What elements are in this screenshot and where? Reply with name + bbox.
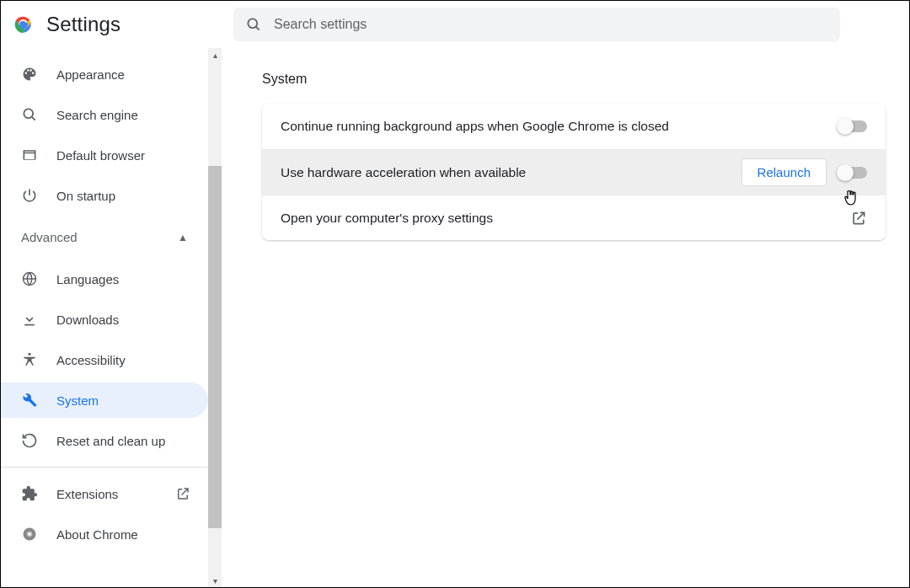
sidebar-item-appearance[interactable]: Appearance (1, 56, 208, 92)
relaunch-button[interactable]: Relaunch (741, 158, 827, 186)
puzzle-icon (21, 485, 38, 502)
toggle-bg-apps[interactable] (838, 120, 867, 132)
sidebar-item-extensions[interactable]: Extensions (1, 476, 208, 511)
search-icon (21, 106, 38, 123)
svg-point-8 (28, 353, 30, 355)
sidebar-divider (1, 467, 208, 468)
sidebar-item-label: Appearance (56, 67, 125, 82)
svg-line-4 (256, 27, 260, 30)
svg-point-3 (248, 19, 257, 28)
setting-row-bg-apps[interactable]: Continue running background apps when Go… (262, 104, 886, 149)
sidebar-item-label: About Chrome (56, 527, 138, 542)
sidebar-scrollbar[interactable]: ▴ ▾ (208, 48, 222, 587)
sidebar-item-label: Reset and clean up (56, 434, 165, 448)
sidebar-item-system[interactable]: System (1, 382, 208, 418)
sidebar-item-about-chrome[interactable]: About Chrome (1, 516, 208, 552)
page-title: Settings (46, 13, 120, 36)
restore-icon (21, 432, 38, 449)
main-content: System Continue running background apps … (222, 48, 909, 587)
svg-point-5 (24, 109, 33, 118)
setting-row-hw-accel[interactable]: Use hardware acceleration when available… (262, 149, 886, 195)
palette-icon (21, 66, 38, 83)
sidebar-item-label: Languages (56, 272, 119, 286)
setting-row-proxy[interactable]: Open your computer's proxy settings (262, 195, 886, 240)
browser-icon (21, 147, 38, 163)
setting-label: Open your computer's proxy settings (281, 211, 838, 226)
scroll-thumb[interactable] (208, 166, 222, 528)
wrench-icon (21, 392, 38, 409)
sidebar-item-languages[interactable]: Languages (1, 261, 208, 297)
scroll-up-button[interactable]: ▴ (208, 48, 222, 61)
sidebar-item-label: Default browser (56, 148, 145, 163)
chrome-gray-icon (21, 526, 38, 543)
setting-label: Use hardware acceleration when available (281, 165, 730, 180)
search-icon (245, 16, 262, 33)
sidebar-item-on-startup[interactable]: On startup (1, 178, 208, 213)
toggle-hw-accel[interactable] (838, 167, 867, 179)
sidebar-item-label: Accessibility (56, 353, 126, 367)
sidebar-item-default-browser[interactable]: Default browser (1, 137, 208, 173)
search-input[interactable] (274, 17, 828, 32)
open-external-icon (850, 210, 867, 227)
globe-icon (21, 270, 38, 287)
svg-line-6 (32, 117, 35, 120)
sidebar: Appearance Search engine Default browser (1, 48, 208, 587)
svg-point-11 (28, 532, 31, 536)
search-settings[interactable] (233, 8, 840, 41)
setting-label: Continue running background apps when Go… (281, 119, 827, 134)
sidebar-section-label: Advanced (21, 230, 78, 244)
sidebar-item-search-engine[interactable]: Search engine (1, 97, 208, 132)
sidebar-item-label: Extensions (56, 487, 118, 501)
sidebar-item-label: Downloads (56, 313, 119, 327)
sidebar-item-label: Search engine (56, 108, 138, 122)
accessibility-icon (21, 351, 38, 368)
sidebar-item-reset[interactable]: Reset and clean up (1, 423, 208, 458)
chevron-up-icon: ▲ (178, 232, 188, 243)
sidebar-item-downloads[interactable]: Downloads (1, 302, 208, 337)
sidebar-item-label: On startup (56, 189, 115, 203)
power-icon (21, 187, 38, 204)
sidebar-section-advanced[interactable]: Advanced ▲ (1, 218, 208, 256)
scroll-down-button[interactable]: ▾ (208, 574, 222, 587)
open-external-icon (174, 485, 191, 502)
sidebar-item-label: System (56, 393, 99, 408)
section-title: System (262, 72, 892, 87)
chrome-logo-icon (14, 16, 31, 33)
sidebar-item-accessibility[interactable]: Accessibility (1, 342, 208, 377)
download-icon (21, 311, 38, 328)
settings-card: Continue running background apps when Go… (262, 104, 886, 240)
